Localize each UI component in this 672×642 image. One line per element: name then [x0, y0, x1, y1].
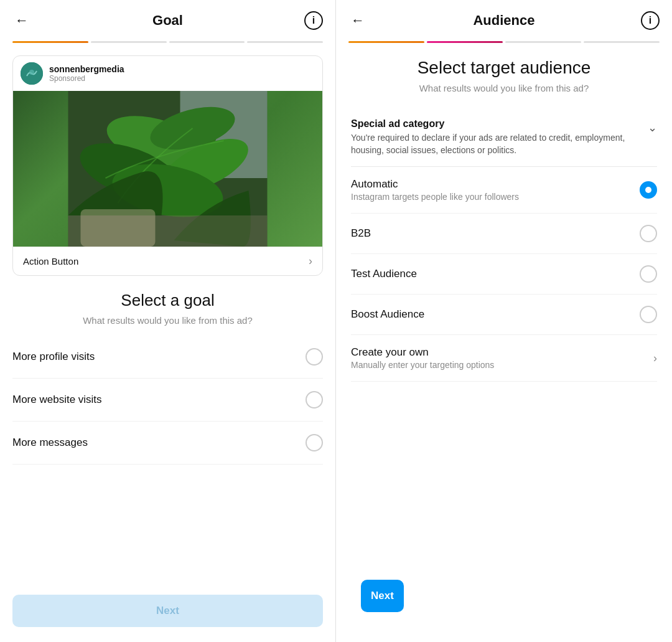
right-content: Select target audience What results woul…	[336, 48, 672, 560]
left-progress-seg-3	[169, 41, 245, 43]
special-ad-category-title: Special ad category	[351, 118, 640, 130]
audience-radio-b2b	[640, 225, 657, 242]
ad-card-footer[interactable]: Action Button ›	[13, 247, 322, 275]
ad-action-button-label: Action Button	[23, 256, 78, 267]
audience-label-b2b: B2B	[351, 227, 640, 240]
special-ad-text: Special ad category You're required to d…	[351, 118, 640, 156]
special-ad-category[interactable]: Special ad category You're required to d…	[351, 108, 657, 167]
svg-rect-11	[81, 209, 156, 247]
ad-card-header: sonnenbergmedia Sponsored	[13, 56, 322, 91]
audience-option-automatic-info: Automatic Instagram targets people like …	[351, 178, 640, 202]
audience-label-create-own: Create your own	[351, 346, 646, 359]
avatar	[21, 62, 43, 85]
left-progress-seg-2	[91, 41, 167, 43]
goal-option-label-messages: More messages	[12, 437, 88, 449]
ad-sponsored-label: Sponsored	[49, 74, 124, 83]
right-back-button[interactable]: ←	[348, 10, 367, 31]
audience-option-create-own[interactable]: Create your own Manually enter your targ…	[351, 335, 657, 382]
special-ad-category-desc: You're required to declare if your ads a…	[351, 132, 640, 156]
audience-title: Select target audience	[351, 58, 657, 78]
goal-option-messages[interactable]: More messages	[12, 422, 323, 465]
audience-subtitle: What results would you like from this ad…	[351, 83, 657, 93]
audience-option-test-info: Test Audience	[351, 268, 640, 280]
audience-radio-test	[640, 265, 657, 283]
left-back-button[interactable]: ←	[12, 10, 31, 31]
left-title: Goal	[152, 12, 183, 29]
select-goal-section: Select a goal What results would you lik…	[0, 281, 335, 331]
audience-option-test[interactable]: Test Audience	[351, 254, 657, 295]
right-info-button[interactable]: i	[641, 11, 660, 30]
goal-option-website-visits[interactable]: More website visits	[12, 379, 323, 422]
ad-account-info: sonnenbergmedia Sponsored	[49, 64, 124, 83]
goal-radio-website	[306, 391, 323, 408]
right-progress-seg-1	[348, 41, 424, 43]
left-progress-seg-4	[247, 41, 323, 43]
audience-option-boost[interactable]: Boost Audience	[351, 295, 657, 335]
audience-label-boost: Boost Audience	[351, 308, 640, 321]
ad-account-name: sonnenbergmedia	[49, 64, 124, 74]
right-header: ← Audience i	[336, 0, 672, 41]
left-progress-seg-1	[12, 41, 88, 43]
audience-label-automatic: Automatic	[351, 178, 640, 191]
goal-option-profile-visits[interactable]: More profile visits	[12, 336, 323, 379]
audience-option-automatic[interactable]: Automatic Instagram targets people like …	[351, 167, 657, 214]
ad-preview-card: sonnenbergmedia Sponsored	[12, 55, 323, 276]
audience-option-b2b[interactable]: B2B	[351, 214, 657, 254]
right-panel: ← Audience i Select target audience What…	[336, 0, 672, 642]
audience-option-boost-info: Boost Audience	[351, 308, 640, 321]
right-progress-seg-2	[427, 41, 503, 43]
goal-option-label-profile: More profile visits	[12, 351, 95, 363]
ad-image	[13, 91, 322, 247]
left-next-button: Next	[12, 595, 323, 627]
audience-sub-automatic: Instagram targets people like your follo…	[351, 192, 640, 202]
svg-point-1	[29, 70, 34, 75]
goal-option-label-website: More website visits	[12, 394, 102, 406]
left-progress-bar	[0, 41, 335, 48]
audience-option-b2b-info: B2B	[351, 227, 640, 240]
audience-label-test: Test Audience	[351, 268, 640, 280]
goal-radio-profile	[306, 348, 323, 366]
special-ad-chevron-down-icon: ⌄	[648, 121, 657, 135]
ad-action-chevron-icon: ›	[309, 255, 312, 268]
right-progress-seg-4	[584, 41, 660, 43]
create-own-chevron-icon: ›	[653, 352, 657, 365]
left-info-button[interactable]: i	[304, 11, 323, 30]
select-goal-subtitle: What results would you like from this ad…	[12, 315, 323, 326]
right-next-button[interactable]: Next	[361, 580, 404, 612]
goal-options-list: More profile visits More website visits …	[0, 331, 335, 585]
right-progress-seg-3	[505, 41, 581, 43]
left-panel: ← Goal i sonnenbergmedia Sponsored	[0, 0, 336, 642]
right-footer: Next	[336, 560, 672, 642]
right-title: Audience	[473, 12, 534, 29]
audience-sub-create-own: Manually enter your targeting options	[351, 360, 646, 370]
audience-radio-boost	[640, 306, 657, 323]
select-goal-title: Select a goal	[12, 291, 323, 310]
right-progress-bar	[336, 41, 672, 48]
audience-option-create-own-info: Create your own Manually enter your targ…	[351, 346, 646, 370]
left-header: ← Goal i	[0, 0, 335, 41]
goal-radio-messages	[306, 434, 323, 451]
audience-radio-automatic	[640, 181, 657, 199]
